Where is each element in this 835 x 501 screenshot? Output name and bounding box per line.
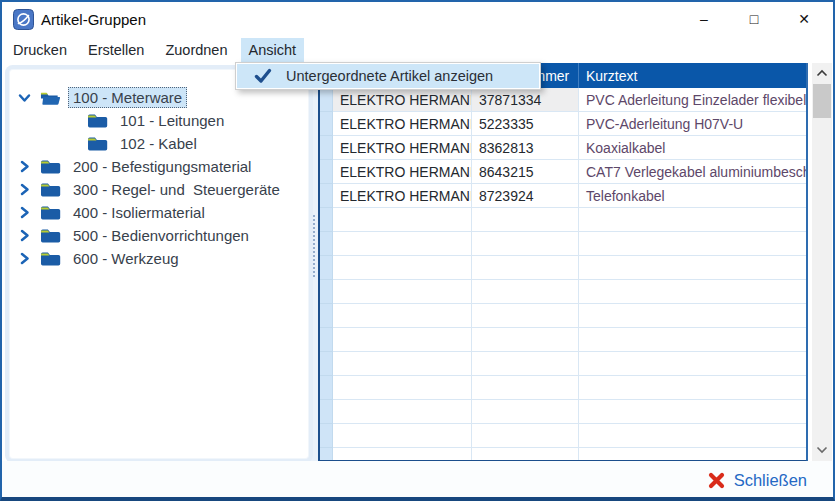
- cell-kurztext[interactable]: [579, 232, 806, 256]
- scrollbar-thumb[interactable]: [813, 84, 831, 118]
- scroll-down-icon[interactable]: [812, 440, 832, 460]
- tree-item-label[interactable]: 300 - Regel- und Steuergeräte: [68, 179, 285, 200]
- table-row[interactable]: ELEKTRO HERMANN5223335PVC-Aderleitung H0…: [320, 112, 806, 136]
- folder-icon: [40, 159, 61, 175]
- chevron-right-icon[interactable]: [18, 229, 31, 242]
- cell-artikelnummer[interactable]: [472, 376, 579, 400]
- menu-item-drucken[interactable]: Drucken: [5, 38, 75, 63]
- cell-lieferant[interactable]: [333, 328, 472, 352]
- cell-artikelnummer[interactable]: [472, 400, 579, 424]
- cell-artikelnummer[interactable]: [472, 256, 579, 280]
- tree-item-label[interactable]: 200 - Befestigungsmaterial: [68, 156, 256, 177]
- table-row[interactable]: ELEKTRO HERMANN8643215CAT7 Verlegekabel …: [320, 160, 806, 184]
- menu-item-zuordnen[interactable]: Zuordnen: [157, 38, 235, 63]
- cell-kurztext[interactable]: PVC-Aderleitung H07V-U: [579, 112, 806, 136]
- cell-lieferant[interactable]: [333, 424, 472, 448]
- row-marker-cell: [320, 304, 333, 328]
- cell-artikelnummer[interactable]: 8643215: [472, 160, 579, 184]
- window-maximize-button[interactable]: □: [729, 2, 779, 36]
- tree-item-label[interactable]: 100 - Meterware: [68, 87, 187, 108]
- cell-kurztext[interactable]: [579, 376, 806, 400]
- cell-kurztext[interactable]: [579, 400, 806, 424]
- cell-lieferant[interactable]: ELEKTRO HERMANN: [333, 112, 472, 136]
- chevron-right-icon[interactable]: [18, 183, 31, 196]
- cell-artikelnummer[interactable]: 8362813: [472, 136, 579, 160]
- close-button[interactable]: Schließen: [708, 468, 807, 492]
- cell-kurztext[interactable]: PVC Aderleitung Einzelader flexibel H07: [579, 88, 806, 112]
- cell-lieferant[interactable]: ELEKTRO HERMANN: [333, 160, 472, 184]
- cell-lieferant[interactable]: ELEKTRO HERMANN: [333, 184, 472, 208]
- table-row-empty: [320, 280, 806, 304]
- tree-item-400: 400 - Isoliermaterial: [10, 201, 308, 224]
- table-row[interactable]: ELEKTRO HERMANN37871334PVC Aderleitung E…: [320, 88, 806, 112]
- cell-artikelnummer[interactable]: [472, 328, 579, 352]
- table-row[interactable]: ELEKTRO HERMANN8723924Telefonkabel: [320, 184, 806, 208]
- cell-artikelnummer[interactable]: [472, 352, 579, 376]
- row-marker-cell: [320, 352, 333, 376]
- header-kurztext[interactable]: Kurztext: [579, 63, 806, 88]
- tree-item-label[interactable]: 600 - Werkzeug: [68, 248, 184, 269]
- cell-kurztext[interactable]: [579, 328, 806, 352]
- cell-kurztext[interactable]: [579, 424, 806, 448]
- cell-lieferant[interactable]: [333, 232, 472, 256]
- table-row-empty: [320, 328, 806, 352]
- menu-item-erstellen[interactable]: Erstellen: [80, 38, 152, 63]
- tree-item-label[interactable]: 102 - Kabel: [115, 133, 202, 154]
- cell-lieferant[interactable]: [333, 304, 472, 328]
- row-marker-cell: [320, 376, 333, 400]
- cell-artikelnummer[interactable]: 37871334: [472, 88, 579, 112]
- tree-item-300: 300 - Regel- und Steuergeräte: [10, 178, 308, 201]
- table-row[interactable]: ELEKTRO HERMANN8362813Koaxialkabel: [320, 136, 806, 160]
- cell-kurztext[interactable]: [579, 448, 806, 462]
- table-vertical-scrollbar[interactable]: [812, 63, 832, 462]
- cell-lieferant[interactable]: [333, 400, 472, 424]
- chevron-right-icon[interactable]: [18, 206, 31, 219]
- cell-lieferant[interactable]: [333, 208, 472, 232]
- cell-kurztext[interactable]: [579, 352, 806, 376]
- tree-item-label[interactable]: 101 - Leitungen: [115, 110, 229, 131]
- folder-icon: [40, 182, 61, 198]
- tree-item-label[interactable]: 500 - Bedienvorrichtungen: [68, 225, 254, 246]
- tree-item-200: 200 - Befestigungsmaterial: [10, 155, 308, 178]
- tree-item-label[interactable]: 400 - Isoliermaterial: [68, 202, 210, 223]
- table-row-empty: [320, 400, 806, 424]
- cell-kurztext[interactable]: [579, 256, 806, 280]
- cell-kurztext[interactable]: [579, 304, 806, 328]
- window-close-button[interactable]: ✕: [779, 2, 829, 36]
- cell-artikelnummer[interactable]: [472, 232, 579, 256]
- folder-open-icon: [40, 90, 61, 106]
- cell-lieferant[interactable]: [333, 280, 472, 304]
- cell-lieferant[interactable]: [333, 256, 472, 280]
- cell-artikelnummer[interactable]: 8723924: [472, 184, 579, 208]
- cell-artikelnummer[interactable]: [472, 280, 579, 304]
- close-x-icon: [708, 472, 725, 489]
- cell-artikelnummer[interactable]: [472, 304, 579, 328]
- cell-kurztext[interactable]: CAT7 Verlegekabel aluminiumbeschichtet: [579, 160, 806, 184]
- chevron-down-icon[interactable]: [18, 91, 31, 104]
- cell-kurztext[interactable]: [579, 280, 806, 304]
- cell-kurztext[interactable]: [579, 208, 806, 232]
- cell-artikelnummer[interactable]: [472, 448, 579, 462]
- row-marker-cell: [320, 232, 333, 256]
- menu-item-ansicht[interactable]: Ansicht: [241, 38, 305, 63]
- cell-lieferant[interactable]: [333, 352, 472, 376]
- article-group-tree: 100 - Meterware101 - Leitungen102 - Kabe…: [10, 70, 308, 458]
- splitter-handle-icon[interactable]: [313, 215, 315, 277]
- cell-artikelnummer[interactable]: 5223335: [472, 112, 579, 136]
- app-logo-icon: [13, 9, 34, 30]
- cell-lieferant[interactable]: [333, 376, 472, 400]
- table-row-empty: [320, 376, 806, 400]
- menu-item-untergeordnete-artikel-anzeigen[interactable]: Untergeordnete Artikel anzeigen: [237, 64, 539, 88]
- cell-lieferant[interactable]: ELEKTRO HERMANN: [333, 88, 472, 112]
- cell-artikelnummer[interactable]: [472, 208, 579, 232]
- chevron-right-icon[interactable]: [18, 160, 31, 173]
- scroll-up-icon[interactable]: [812, 63, 832, 83]
- row-marker-cell: [320, 448, 333, 462]
- cell-kurztext[interactable]: Telefonkabel: [579, 184, 806, 208]
- cell-lieferant[interactable]: ELEKTRO HERMANN: [333, 136, 472, 160]
- window-minimize-button[interactable]: –: [679, 2, 729, 36]
- cell-lieferant[interactable]: [333, 448, 472, 462]
- cell-artikelnummer[interactable]: [472, 424, 579, 448]
- cell-kurztext[interactable]: Koaxialkabel: [579, 136, 806, 160]
- chevron-right-icon[interactable]: [18, 252, 31, 265]
